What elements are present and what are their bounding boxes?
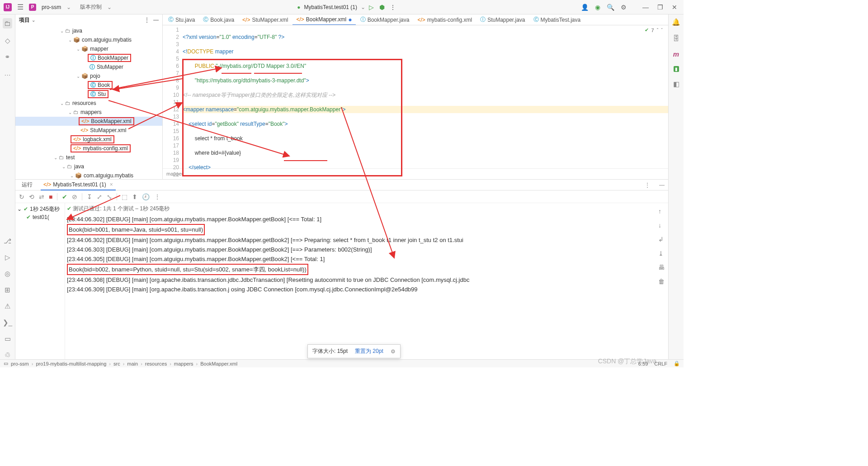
panel-more-icon[interactable]: ⋮ bbox=[144, 17, 150, 23]
show-ignored-icon[interactable]: ⊘ bbox=[72, 193, 77, 200]
build-icon[interactable]: ▭ bbox=[5, 335, 11, 343]
show-passed-icon[interactable]: ✔ bbox=[62, 193, 67, 200]
structure-icon[interactable]: ⚭ bbox=[5, 53, 10, 61]
breadcrumb-item[interactable]: pro19-mybatis-multilist-mapping bbox=[36, 361, 106, 366]
tree-pkg-mapper[interactable]: mapper bbox=[90, 46, 108, 52]
debug-tool-icon[interactable]: ◎ bbox=[5, 270, 10, 278]
run-icon[interactable]: ▷ bbox=[369, 4, 374, 11]
status-menu-icon[interactable]: ▭ bbox=[4, 361, 8, 366]
more-tools-icon[interactable]: … bbox=[4, 69, 11, 77]
coverage-icon[interactable]: ◧ bbox=[673, 80, 679, 88]
tree-item-stumapper-xml[interactable]: StuMapper.xml bbox=[90, 127, 126, 133]
breadcrumb-item[interactable]: src bbox=[113, 361, 120, 366]
test-tree[interactable]: ⌄✔1秒 245毫秒 ✔test01( bbox=[15, 203, 65, 359]
bookmarks-icon[interactable]: ◇ bbox=[5, 37, 10, 45]
export-icon[interactable]: ⬆ bbox=[132, 193, 137, 200]
sort-icon[interactable]: ↧ bbox=[87, 193, 92, 200]
code-editor[interactable]: ✔7ˆˇ 12345678910111213141516171819202122… bbox=[163, 25, 668, 168]
clear-icon[interactable]: 🗑 bbox=[658, 277, 665, 286]
panel-hide-icon[interactable]: — bbox=[153, 17, 159, 23]
test-name[interactable]: test01( bbox=[33, 214, 49, 220]
breadcrumb-item[interactable]: resources bbox=[145, 361, 167, 366]
more-toolbar-icon[interactable]: ⋮ bbox=[154, 193, 160, 200]
tree-item-mybatis-config[interactable]: mybatis-config.xml bbox=[83, 145, 127, 152]
tree-item-logback[interactable]: logback.xml bbox=[83, 136, 111, 143]
debug-icon[interactable]: ⬢ bbox=[379, 4, 385, 11]
breadcrumb-item[interactable]: pro-ssm bbox=[11, 361, 29, 366]
console[interactable]: ✔ 测试已通过: 1共 1 个测试 – 1秒 245毫秒 [23:44:06.3… bbox=[65, 203, 668, 359]
run-more-icon[interactable]: ⋮ bbox=[645, 182, 650, 188]
tab-bookmapper-xml[interactable]: </>BookMapper.xml● bbox=[292, 14, 355, 25]
tree-folder-resources[interactable]: resources bbox=[72, 100, 96, 106]
tree-item-stumapper[interactable]: StuMapper bbox=[97, 64, 123, 70]
minimize-button[interactable]: — bbox=[640, 4, 651, 11]
chevron-down-icon[interactable]: ⌄ bbox=[107, 4, 112, 10]
scroll-up-icon[interactable]: ↑ bbox=[658, 207, 665, 216]
breadcrumb-item[interactable]: BookMapper.xml bbox=[200, 361, 237, 366]
breadcrumb-item[interactable]: mappers bbox=[174, 361, 193, 366]
tab-book-java[interactable]: ⒸBook.java bbox=[199, 14, 238, 25]
coverage-hl-icon[interactable]: ▮ bbox=[674, 66, 679, 72]
more-icon[interactable]: ⋮ bbox=[390, 4, 396, 10]
database-icon[interactable]: 🗄 bbox=[673, 34, 679, 42]
rerun-failed-icon[interactable]: ⟲ bbox=[29, 193, 34, 200]
project-name[interactable]: pro-ssm bbox=[42, 4, 61, 10]
notifications-icon[interactable]: 🔔 bbox=[672, 18, 680, 26]
tree-folder-test[interactable]: test bbox=[66, 154, 75, 161]
chevron-down-icon[interactable]: ⌄ bbox=[361, 4, 365, 10]
chevron-down-icon[interactable]: ⌄ bbox=[66, 4, 71, 10]
run-tab-test[interactable]: </>MybatisTest.test01 (1)× bbox=[41, 180, 116, 190]
run-tab-run[interactable]: 运行 bbox=[19, 180, 35, 190]
expand-icon[interactable]: ⤢ bbox=[97, 193, 102, 200]
tree-folder-java[interactable]: java bbox=[72, 28, 82, 34]
maven-m-icon[interactable]: m bbox=[673, 50, 679, 58]
font-popup-settings-icon[interactable]: ⚙ bbox=[391, 348, 396, 355]
terminal-icon[interactable]: ❯_ bbox=[3, 319, 12, 327]
problems-icon[interactable]: ⚠ bbox=[5, 302, 10, 310]
tree-folder-mappers[interactable]: mappers bbox=[80, 109, 102, 115]
breadcrumb-item[interactable]: main bbox=[127, 361, 138, 366]
user-icon[interactable]: 👤 bbox=[581, 4, 589, 11]
scroll-down-icon[interactable]: ↓ bbox=[658, 221, 665, 230]
print-icon[interactable]: 🖶 bbox=[658, 263, 665, 272]
settings-icon[interactable]: ⚙ bbox=[621, 4, 627, 11]
update-icon[interactable]: ◉ bbox=[595, 4, 600, 11]
tab-bookmapper-java[interactable]: ⒾBookMapper.java bbox=[357, 14, 413, 25]
tree-pkg-mybatis[interactable]: com.atguigu.mybatis bbox=[82, 37, 132, 43]
tab-mybatistest-java[interactable]: ⒸMybatisTest.java bbox=[530, 14, 585, 25]
tree-item-bookmapper[interactable]: BookMapper bbox=[98, 55, 128, 61]
project-tool-icon[interactable]: 🗀 bbox=[3, 18, 12, 29]
toggle-auto-icon[interactable]: ⇄ bbox=[39, 193, 44, 200]
services-icon[interactable]: ⊞ bbox=[5, 286, 10, 294]
main-menu-icon[interactable]: ☰ bbox=[17, 3, 24, 11]
tree-pkg-pojo[interactable]: pojo bbox=[90, 73, 100, 79]
maximize-button[interactable]: ❐ bbox=[655, 4, 665, 11]
run-config-selector[interactable]: MybatisTest.test01 (1) bbox=[304, 4, 357, 10]
tree-pkg-mybatis2[interactable]: com.atguigu.mybatis bbox=[84, 172, 133, 179]
tab-stumapper-xml[interactable]: </>StuMapper.xml bbox=[239, 14, 292, 25]
rerun-icon[interactable]: ↻ bbox=[19, 193, 24, 200]
close-button[interactable]: ✕ bbox=[669, 4, 680, 11]
status-padlock-icon[interactable]: 🔒 bbox=[674, 361, 680, 366]
run-hide-icon[interactable]: — bbox=[659, 182, 665, 188]
tree-item-bookmapper-xml[interactable]: BookMapper.xml bbox=[91, 118, 131, 124]
tab-stumapper-java[interactable]: ⒾStuMapper.java bbox=[476, 14, 528, 25]
import-icon[interactable]: ⬚ bbox=[122, 193, 127, 200]
vcs-tool-icon[interactable]: ♲ bbox=[5, 351, 10, 359]
git-icon[interactable]: ⎇ bbox=[4, 237, 11, 245]
tab-mybatis-config[interactable]: </>mybatis-config.xml bbox=[414, 14, 476, 25]
stop-icon[interactable]: ■ bbox=[49, 193, 52, 200]
tree-item-book[interactable]: Book bbox=[98, 82, 110, 88]
run-tool-icon[interactable]: ▷ bbox=[5, 253, 10, 262]
search-icon[interactable]: 🔍 bbox=[607, 4, 614, 11]
code-content[interactable]: <?xml version="1.0" encoding="UTF-8" ?> … bbox=[183, 25, 668, 168]
tab-stu-java[interactable]: ⒸStu.java bbox=[165, 14, 198, 25]
history-icon[interactable]: 🕘 bbox=[142, 193, 150, 200]
vcs-menu[interactable]: 版本控制 bbox=[80, 3, 102, 11]
soft-wrap-icon[interactable]: ↲ bbox=[658, 235, 665, 244]
scroll-end-icon[interactable]: ⤓ bbox=[658, 249, 665, 258]
tree-item-stu[interactable]: Stu bbox=[98, 91, 106, 97]
collapse-icon[interactable]: ⤡ bbox=[107, 193, 112, 200]
project-panel-header[interactable]: 项目⌄ ⋮ — bbox=[15, 14, 162, 25]
tree-folder-java2[interactable]: java bbox=[74, 163, 84, 170]
